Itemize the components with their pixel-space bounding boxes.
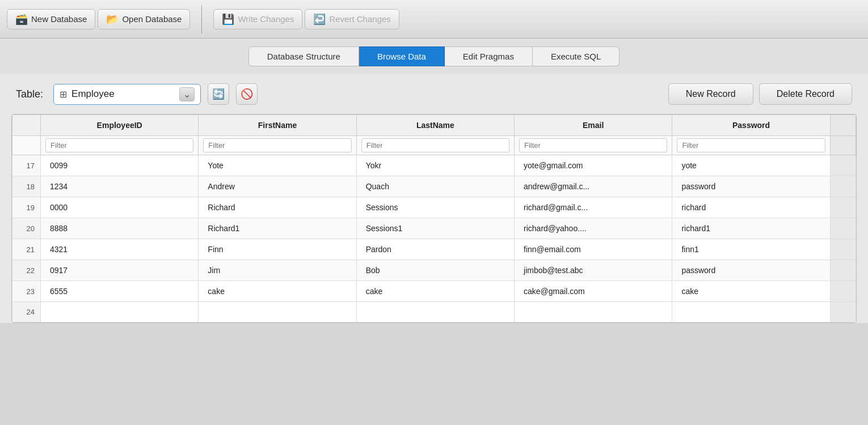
tab-database-structure[interactable]: Database Structure <box>248 46 359 66</box>
table-row[interactable]: 208888Richard1Sessions1richard@yahoo....… <box>12 218 856 239</box>
cell-password[interactable]: password <box>672 176 830 197</box>
cell-employeeid[interactable]: 4321 <box>41 239 199 260</box>
write-changes-button[interactable]: 💾 Write Changes <box>213 9 302 29</box>
cell-extra <box>830 218 856 239</box>
cell-lastname[interactable]: Bob <box>356 260 514 281</box>
cell-email[interactable]: richard@yahoo.... <box>515 218 672 239</box>
col-header-lastname: LastName <box>356 115 514 136</box>
col-header-extra <box>830 115 856 136</box>
filter-cell-employeeid[interactable] <box>41 136 199 155</box>
table-dropdown-arrow[interactable]: ⌄ <box>179 87 195 101</box>
cell-firstname[interactable]: Richard1 <box>199 218 356 239</box>
cell-firstname[interactable]: cake <box>199 281 356 302</box>
cell-lastname[interactable]: Sessions1 <box>356 218 514 239</box>
table-row[interactable]: 24 <box>12 302 856 322</box>
tab-bar: Database Structure Browse Data Edit Prag… <box>0 39 868 74</box>
cell-lastname[interactable]: Sessions <box>356 197 514 218</box>
cell-employeeid[interactable]: 1234 <box>41 176 199 197</box>
cell-employeeid[interactable]: 0099 <box>41 155 199 176</box>
cell-password[interactable]: password <box>672 260 830 281</box>
toolbar-right: 💾 Write Changes ↩️ Revert Changes <box>213 9 399 29</box>
revert-changes-icon: ↩️ <box>313 13 326 26</box>
filter-input-email[interactable] <box>519 138 667 152</box>
cell-lastname[interactable] <box>356 302 514 322</box>
cell-email[interactable]: richard@gmail.c... <box>515 197 672 218</box>
table-row[interactable]: 220917JimBobjimbob@test.abcpassword <box>12 260 856 281</box>
open-database-button[interactable]: 📂 Open Database <box>98 9 190 29</box>
cell-employeeid[interactable]: 0000 <box>41 197 199 218</box>
tab-execute-sql[interactable]: Execute SQL <box>533 46 620 66</box>
cell-lastname[interactable]: Yokr <box>356 155 514 176</box>
cell-password[interactable]: cake <box>672 281 830 302</box>
cell-email[interactable]: finn@email.com <box>515 239 672 260</box>
data-table: EmployeeID FirstName LastName Email Pass… <box>12 114 856 322</box>
cell-employeeid[interactable] <box>41 302 199 322</box>
refresh-icon: 🔄 <box>212 88 225 100</box>
cell-rownum: 21 <box>12 239 41 260</box>
cell-rownum: 18 <box>12 176 41 197</box>
filter-input-firstname[interactable] <box>203 138 351 152</box>
table-label: Table: <box>16 88 43 100</box>
cell-employeeid[interactable]: 0917 <box>41 260 199 281</box>
cell-lastname[interactable]: Pardon <box>356 239 514 260</box>
new-record-button[interactable]: New Record <box>668 83 753 105</box>
table-row[interactable]: 170099YoteYokryote@gmail.comyote <box>12 155 856 176</box>
refresh-button[interactable]: 🔄 <box>208 83 229 105</box>
cell-email[interactable] <box>515 302 672 322</box>
filter-cell-lastname[interactable] <box>356 136 514 155</box>
selected-table-name: Employee <box>71 88 175 100</box>
tab-edit-pragmas[interactable]: Edit Pragmas <box>445 46 533 66</box>
tab-browse-data[interactable]: Browse Data <box>359 46 445 66</box>
cell-email[interactable]: jimbob@test.abc <box>515 260 672 281</box>
cell-password[interactable]: finn1 <box>672 239 830 260</box>
main-content: Database Structure Browse Data Edit Prag… <box>0 39 868 323</box>
cell-password[interactable]: richard <box>672 197 830 218</box>
cell-lastname[interactable]: Quach <box>356 176 514 197</box>
table-row[interactable]: 236555cakecakecake@gmail.comcake <box>12 281 856 302</box>
delete-record-button[interactable]: Delete Record <box>759 83 852 105</box>
cell-email[interactable]: yote@gmail.com <box>515 155 672 176</box>
cell-firstname[interactable]: Richard <box>199 197 356 218</box>
filter-input-employeeid[interactable] <box>45 138 193 152</box>
cell-extra <box>830 281 856 302</box>
col-header-email: Email <box>515 115 672 136</box>
table-row[interactable]: 214321FinnPardonfinn@email.comfinn1 <box>12 239 856 260</box>
cell-firstname[interactable]: Jim <box>199 260 356 281</box>
cell-firstname[interactable]: Finn <box>199 239 356 260</box>
new-database-button[interactable]: 🗃️ New Database <box>7 9 95 29</box>
new-database-icon: 🗃️ <box>15 13 28 26</box>
cell-password[interactable] <box>672 302 830 322</box>
cell-rownum: 17 <box>12 155 41 176</box>
col-header-password: Password <box>672 115 830 136</box>
filter-input-password[interactable] <box>677 138 825 152</box>
cell-email[interactable]: cake@gmail.com <box>515 281 672 302</box>
table-selector[interactable]: ⊞ Employee ⌄ <box>53 84 201 105</box>
write-changes-label: Write Changes <box>238 14 294 24</box>
cell-firstname[interactable] <box>199 302 356 322</box>
cell-employeeid[interactable]: 6555 <box>41 281 199 302</box>
filter-button[interactable]: 🚫 <box>236 83 258 105</box>
cell-extra <box>830 155 856 176</box>
cell-rownum: 24 <box>12 302 41 322</box>
new-database-label: New Database <box>31 14 87 24</box>
cell-employeeid[interactable]: 8888 <box>41 218 199 239</box>
revert-changes-button[interactable]: ↩️ Revert Changes <box>305 9 399 29</box>
cell-firstname[interactable]: Andrew <box>199 176 356 197</box>
cell-lastname[interactable]: cake <box>356 281 514 302</box>
filter-cell-email[interactable] <box>515 136 672 155</box>
col-header-firstname: FirstName <box>199 115 356 136</box>
cell-password[interactable]: yote <box>672 155 830 176</box>
cell-extra <box>830 260 856 281</box>
record-buttons: New Record Delete Record <box>668 83 852 105</box>
cell-email[interactable]: andrew@gmail.c... <box>515 176 672 197</box>
filter-cell-firstname[interactable] <box>199 136 356 155</box>
table-row[interactable]: 190000RichardSessionsrichard@gmail.c...r… <box>12 197 856 218</box>
table-row[interactable]: 181234AndrewQuachandrew@gmail.c...passwo… <box>12 176 856 197</box>
open-database-icon: 📂 <box>106 13 119 26</box>
filter-cell-password[interactable] <box>672 136 830 155</box>
filter-input-lastname[interactable] <box>361 138 509 152</box>
cell-password[interactable]: richard1 <box>672 218 830 239</box>
filter-cell-rownum <box>12 136 41 155</box>
table-body: 170099YoteYokryote@gmail.comyote181234An… <box>12 155 856 322</box>
cell-firstname[interactable]: Yote <box>199 155 356 176</box>
